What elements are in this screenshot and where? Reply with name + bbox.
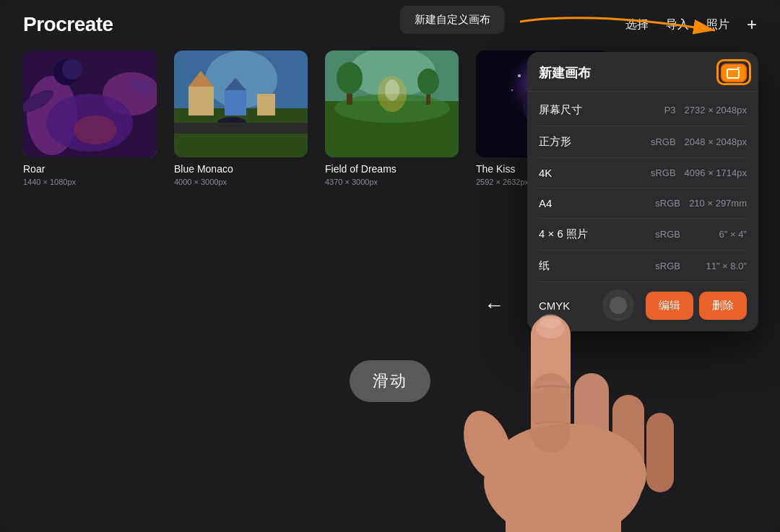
svg-rect-16	[225, 90, 246, 115]
panel-new-button[interactable]: +	[721, 64, 747, 82]
scroll-badge-text: 滑动	[373, 372, 407, 390]
artwork-thumb-dreams	[325, 51, 459, 157]
cmyk-delete-button[interactable]: 删除	[699, 292, 747, 320]
artwork-monaco[interactable]: Blue Monaco 4000 × 3000px	[174, 51, 308, 186]
artwork-dreams[interactable]: Field of Dreams 4370 × 3000px	[325, 51, 459, 186]
thumb-image-dreams	[325, 51, 459, 157]
cmyk-row-container: ← CMYK 编辑 删除	[527, 282, 758, 328]
canvas-profile-5: sRGB	[655, 261, 680, 271]
swipe-left-arrow: ←	[484, 294, 504, 317]
svg-point-38	[511, 90, 513, 91]
svg-text:+: +	[737, 67, 740, 71]
svg-rect-20	[174, 123, 308, 134]
cmyk-row[interactable]: CMYK 编辑 删除	[527, 282, 758, 328]
header-actions: 选择 导入 照片 +	[625, 16, 757, 33]
svg-point-36	[518, 74, 521, 77]
svg-point-6	[62, 59, 82, 79]
canvas-row-3[interactable]: A4 sRGB 210 × 297mm	[527, 188, 758, 218]
cmyk-name: CMYK	[539, 300, 597, 312]
canvas-list: 屏幕尺寸 P3 2732 × 2048px 正方形 sRGB 2048 × 20…	[527, 92, 758, 331]
thumb-image-roar	[23, 51, 157, 157]
scroll-badge: 滑动	[350, 360, 430, 402]
svg-point-52	[495, 424, 646, 525]
artwork-size-roar: 1440 × 1080px	[23, 178, 157, 186]
cmyk-edit-button[interactable]: 编辑	[646, 292, 693, 320]
canvas-name-1: 正方形	[539, 135, 651, 149]
svg-rect-18	[257, 94, 275, 115]
canvas-row-0[interactable]: 屏幕尺寸 P3 2732 × 2048px	[527, 95, 758, 126]
svg-rect-50	[612, 395, 644, 489]
header: Procreate 新建自定义画布 选择 导入 照片 +	[0, 0, 780, 43]
canvas-name-3: A4	[539, 197, 655, 209]
thumb-image-monaco	[174, 51, 308, 157]
select-button[interactable]: 选择	[625, 17, 649, 32]
new-canvas-panel: 新建画布 + 屏幕尺寸 P3 2732 × 2048px 正方形 sRGB 20…	[527, 52, 758, 331]
photos-button[interactable]: 照片	[706, 17, 729, 32]
artwork-thumb-monaco	[174, 51, 308, 157]
canvas-profile-3: sRGB	[655, 198, 680, 209]
svg-point-31	[385, 79, 399, 101]
svg-rect-53	[531, 373, 571, 453]
canvas-row-1[interactable]: 正方形 sRGB 2048 × 2048px	[527, 126, 758, 157]
canvas-profile-4: sRGB	[655, 229, 680, 240]
custom-canvas-tooltip: 新建自定义画布	[400, 6, 505, 34]
artwork-thumb-roar	[23, 51, 157, 157]
import-button[interactable]: 导入	[666, 17, 689, 32]
canvas-size-2: 4096 × 1714px	[685, 167, 747, 178]
svg-point-42	[610, 297, 627, 314]
canvas-row-4[interactable]: 4 × 6 照片 sRGB 6" × 4"	[527, 219, 758, 250]
canvas-name-5: 纸	[539, 259, 655, 273]
svg-rect-44	[506, 503, 621, 532]
svg-point-29	[417, 69, 439, 95]
add-canvas-button[interactable]: +	[747, 16, 757, 33]
svg-point-9	[74, 115, 117, 144]
canvas-size-1: 2048 × 2048px	[685, 136, 747, 147]
canvas-size-5: 11" × 8.0"	[689, 261, 747, 271]
canvas-size-0: 2732 × 2048px	[685, 105, 747, 115]
canvas-size-4: 6" × 4"	[689, 229, 747, 240]
artwork-title-monaco: Blue Monaco	[174, 163, 308, 175]
artwork-roar[interactable]: Roar 1440 × 1080px	[23, 51, 157, 186]
svg-point-45	[455, 404, 521, 487]
panel-header: 新建画布 +	[527, 52, 758, 92]
canvas-name-4: 4 × 6 照片	[539, 227, 655, 241]
canvas-name-2: 4K	[539, 167, 651, 179]
canvas-name-0: 屏幕尺寸	[539, 103, 664, 117]
cmyk-thumb-placeholder	[602, 289, 634, 321]
svg-rect-51	[646, 413, 674, 492]
canvas-profile-2: sRGB	[651, 167, 676, 178]
svg-rect-14	[188, 87, 214, 115]
svg-point-43	[484, 424, 643, 532]
canvas-row-5[interactable]: 纸 sRGB 11" × 8.0"	[527, 250, 758, 282]
canvas-size-3: 210 × 297mm	[689, 198, 747, 209]
artwork-size-monaco: 4000 × 3000px	[174, 178, 308, 186]
canvas-row-2[interactable]: 4K sRGB 4096 × 1714px	[527, 158, 758, 188]
canvas-profile-0: P3	[664, 105, 676, 115]
artwork-title-dreams: Field of Dreams	[325, 163, 459, 175]
app-background: Procreate 新建自定义画布 选择 导入 照片 +	[0, 0, 780, 532]
artwork-title-roar: Roar	[23, 163, 157, 175]
app-title: Procreate	[23, 13, 113, 36]
artwork-size-dreams: 4370 × 3000px	[325, 178, 459, 186]
svg-point-27	[337, 62, 363, 94]
svg-rect-49	[574, 373, 609, 481]
svg-rect-46	[531, 315, 571, 453]
canvas-profile-1: sRGB	[651, 136, 676, 147]
panel-title: 新建画布	[539, 64, 591, 82]
